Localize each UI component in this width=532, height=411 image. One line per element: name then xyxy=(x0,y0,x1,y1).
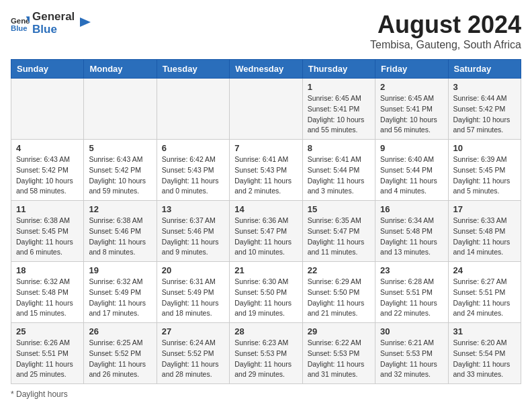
day-number: 20 xyxy=(162,265,224,275)
day-cell-3-6: 24Sunrise: 6:27 AMSunset: 5:51 PMDayligh… xyxy=(448,262,521,323)
footer-note: * Daylight hours xyxy=(11,390,521,399)
day-info: Sunrise: 6:32 AMSunset: 5:48 PMDaylight:… xyxy=(16,277,79,319)
day-number: 27 xyxy=(162,326,224,336)
day-number: 25 xyxy=(16,326,79,336)
day-info: Sunrise: 6:44 AMSunset: 5:42 PMDaylight:… xyxy=(453,93,516,136)
day-info: Sunrise: 6:45 AMSunset: 5:41 PMDaylight:… xyxy=(380,93,443,136)
day-number: 9 xyxy=(380,143,443,153)
day-cell-2-6: 17Sunrise: 6:33 AMSunset: 5:48 PMDayligh… xyxy=(448,201,521,262)
calendar-header-row: SundayMondayTuesdayWednesdayThursdayFrid… xyxy=(11,60,521,79)
day-info: Sunrise: 6:38 AMSunset: 5:45 PMDaylight:… xyxy=(16,216,79,258)
day-cell-2-3: 14Sunrise: 6:36 AMSunset: 5:47 PMDayligh… xyxy=(230,201,302,262)
day-cell-2-5: 16Sunrise: 6:34 AMSunset: 5:48 PMDayligh… xyxy=(375,201,448,262)
day-info: Sunrise: 6:40 AMSunset: 5:44 PMDaylight:… xyxy=(380,154,443,197)
day-cell-0-4: 1Sunrise: 6:45 AMSunset: 5:41 PMDaylight… xyxy=(302,79,375,140)
day-number: 29 xyxy=(308,326,370,336)
week-row-5: 25Sunrise: 6:26 AMSunset: 5:51 PMDayligh… xyxy=(11,323,521,384)
logo-general-text: General xyxy=(32,11,75,24)
day-info: Sunrise: 6:38 AMSunset: 5:46 PMDaylight:… xyxy=(89,216,151,258)
day-info: Sunrise: 6:24 AMSunset: 5:52 PMDaylight:… xyxy=(162,338,224,380)
day-cell-4-0: 25Sunrise: 6:26 AMSunset: 5:51 PMDayligh… xyxy=(11,323,84,384)
day-cell-1-4: 8Sunrise: 6:41 AMSunset: 5:44 PMDaylight… xyxy=(302,140,375,201)
logo-icon: General Blue xyxy=(11,14,30,33)
day-number: 6 xyxy=(162,143,224,153)
logo-flag-icon xyxy=(77,16,92,31)
day-cell-1-0: 4Sunrise: 6:43 AMSunset: 5:42 PMDaylight… xyxy=(11,140,84,201)
day-info: Sunrise: 6:39 AMSunset: 5:45 PMDaylight:… xyxy=(453,154,516,197)
header-wednesday: Wednesday xyxy=(230,60,302,79)
day-number: 15 xyxy=(308,204,370,214)
day-info: Sunrise: 6:42 AMSunset: 5:43 PMDaylight:… xyxy=(162,154,224,197)
daylight-label: Daylight hours xyxy=(16,390,68,399)
week-row-4: 18Sunrise: 6:32 AMSunset: 5:48 PMDayligh… xyxy=(11,262,521,323)
day-info: Sunrise: 6:27 AMSunset: 5:51 PMDaylight:… xyxy=(453,277,516,319)
day-cell-2-0: 11Sunrise: 6:38 AMSunset: 5:45 PMDayligh… xyxy=(11,201,84,262)
day-number: 14 xyxy=(234,204,297,214)
day-number: 7 xyxy=(234,143,297,153)
day-cell-3-2: 20Sunrise: 6:31 AMSunset: 5:49 PMDayligh… xyxy=(157,262,229,323)
day-cell-4-6: 31Sunrise: 6:20 AMSunset: 5:54 PMDayligh… xyxy=(448,323,521,384)
day-info: Sunrise: 6:35 AMSunset: 5:47 PMDaylight:… xyxy=(308,216,370,258)
day-cell-2-1: 12Sunrise: 6:38 AMSunset: 5:46 PMDayligh… xyxy=(84,201,157,262)
day-cell-4-1: 26Sunrise: 6:25 AMSunset: 5:52 PMDayligh… xyxy=(84,323,157,384)
day-cell-1-5: 9Sunrise: 6:40 AMSunset: 5:44 PMDaylight… xyxy=(375,140,448,201)
day-cell-3-1: 19Sunrise: 6:32 AMSunset: 5:49 PMDayligh… xyxy=(84,262,157,323)
day-number: 24 xyxy=(453,265,516,275)
day-cell-0-3 xyxy=(230,79,302,140)
day-number: 23 xyxy=(380,265,443,275)
day-number: 30 xyxy=(380,326,443,336)
title-block: August 2024 Tembisa, Gauteng, South Afri… xyxy=(370,11,521,51)
day-number: 22 xyxy=(308,265,370,275)
day-number: 26 xyxy=(89,326,151,336)
day-info: Sunrise: 6:45 AMSunset: 5:41 PMDaylight:… xyxy=(308,93,370,136)
day-info: Sunrise: 6:33 AMSunset: 5:48 PMDaylight:… xyxy=(453,216,516,258)
week-row-1: 1Sunrise: 6:45 AMSunset: 5:41 PMDaylight… xyxy=(11,79,521,140)
day-info: Sunrise: 6:26 AMSunset: 5:51 PMDaylight:… xyxy=(16,338,79,380)
day-cell-4-3: 28Sunrise: 6:23 AMSunset: 5:53 PMDayligh… xyxy=(230,323,302,384)
day-number: 28 xyxy=(234,326,297,336)
day-info: Sunrise: 6:36 AMSunset: 5:47 PMDaylight:… xyxy=(234,216,297,258)
logo: General Blue General Blue xyxy=(11,11,92,36)
day-info: Sunrise: 6:31 AMSunset: 5:49 PMDaylight:… xyxy=(162,277,224,319)
day-cell-1-1: 5Sunrise: 6:43 AMSunset: 5:42 PMDaylight… xyxy=(84,140,157,201)
logo-blue-text: Blue xyxy=(32,24,75,36)
day-info: Sunrise: 6:23 AMSunset: 5:53 PMDaylight:… xyxy=(234,338,297,380)
day-number: 5 xyxy=(89,143,151,153)
header-monday: Monday xyxy=(84,60,157,79)
day-cell-4-5: 30Sunrise: 6:21 AMSunset: 5:53 PMDayligh… xyxy=(375,323,448,384)
header-thursday: Thursday xyxy=(302,60,375,79)
day-cell-2-2: 13Sunrise: 6:37 AMSunset: 5:46 PMDayligh… xyxy=(157,201,229,262)
day-number: 31 xyxy=(453,326,516,336)
sub-title: Tembisa, Gauteng, South Africa xyxy=(370,39,521,51)
day-cell-1-3: 7Sunrise: 6:41 AMSunset: 5:43 PMDaylight… xyxy=(230,140,302,201)
day-info: Sunrise: 6:32 AMSunset: 5:49 PMDaylight:… xyxy=(89,277,151,319)
calendar-table: SundayMondayTuesdayWednesdayThursdayFrid… xyxy=(11,59,521,384)
day-cell-3-0: 18Sunrise: 6:32 AMSunset: 5:48 PMDayligh… xyxy=(11,262,84,323)
day-number: 19 xyxy=(89,265,151,275)
day-info: Sunrise: 6:22 AMSunset: 5:53 PMDaylight:… xyxy=(308,338,370,380)
day-cell-0-2 xyxy=(157,79,229,140)
day-info: Sunrise: 6:21 AMSunset: 5:53 PMDaylight:… xyxy=(380,338,443,380)
header-friday: Friday xyxy=(375,60,448,79)
day-number: 17 xyxy=(453,204,516,214)
day-info: Sunrise: 6:37 AMSunset: 5:46 PMDaylight:… xyxy=(162,216,224,258)
svg-text:Blue: Blue xyxy=(11,24,28,32)
day-info: Sunrise: 6:25 AMSunset: 5:52 PMDaylight:… xyxy=(89,338,151,380)
day-number: 12 xyxy=(89,204,151,214)
day-cell-0-5: 2Sunrise: 6:45 AMSunset: 5:41 PMDaylight… xyxy=(375,79,448,140)
day-cell-4-2: 27Sunrise: 6:24 AMSunset: 5:52 PMDayligh… xyxy=(157,323,229,384)
day-number: 2 xyxy=(380,82,443,92)
day-cell-0-1 xyxy=(84,79,157,140)
day-number: 4 xyxy=(16,143,79,153)
day-cell-3-4: 22Sunrise: 6:29 AMSunset: 5:50 PMDayligh… xyxy=(302,262,375,323)
day-info: Sunrise: 6:30 AMSunset: 5:50 PMDaylight:… xyxy=(234,277,297,319)
day-info: Sunrise: 6:41 AMSunset: 5:44 PMDaylight:… xyxy=(308,154,370,197)
header: General Blue General Blue August 2024 Te… xyxy=(11,11,521,51)
day-cell-1-2: 6Sunrise: 6:42 AMSunset: 5:43 PMDaylight… xyxy=(157,140,229,201)
day-cell-2-4: 15Sunrise: 6:35 AMSunset: 5:47 PMDayligh… xyxy=(302,201,375,262)
day-info: Sunrise: 6:29 AMSunset: 5:50 PMDaylight:… xyxy=(308,277,370,319)
day-number: 8 xyxy=(308,143,370,153)
day-info: Sunrise: 6:43 AMSunset: 5:42 PMDaylight:… xyxy=(89,154,151,197)
day-cell-0-0 xyxy=(11,79,84,140)
day-number: 13 xyxy=(162,204,224,214)
